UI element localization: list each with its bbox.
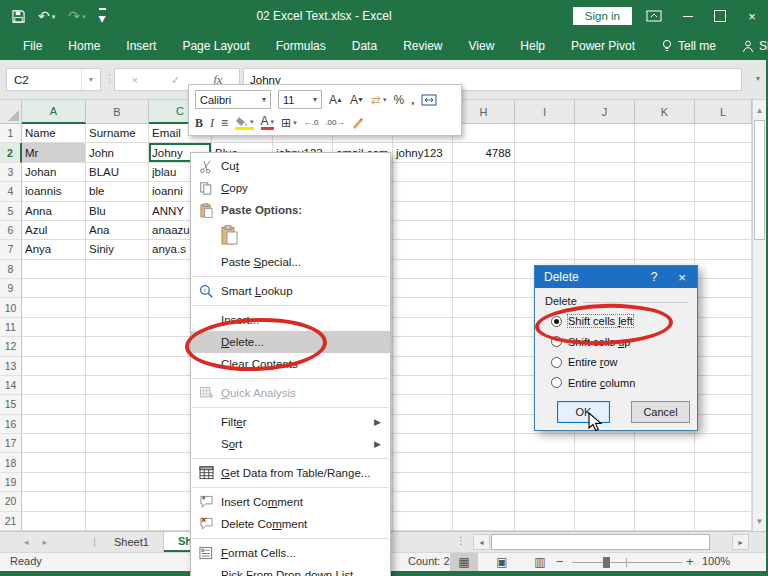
- row-header-12[interactable]: 12: [0, 337, 22, 356]
- cell-J19[interactable]: [575, 473, 635, 492]
- cell-J17[interactable]: [575, 434, 635, 453]
- menu-item-insert[interactable]: Insert...: [191, 309, 390, 331]
- cell-B15[interactable]: [86, 395, 149, 414]
- cell-A16[interactable]: [22, 415, 86, 434]
- format-painter-icon[interactable]: [351, 117, 364, 129]
- cell-J5[interactable]: [575, 202, 635, 221]
- maximize-button[interactable]: [704, 0, 736, 32]
- cell-L2[interactable]: [695, 143, 752, 162]
- font-name-dropdown-icon[interactable]: ▾: [258, 95, 270, 104]
- cell-L14[interactable]: [695, 376, 752, 395]
- cell-G14[interactable]: [393, 376, 453, 395]
- radio-option-shift-cells-up[interactable]: Shift cells up: [551, 334, 630, 350]
- cell-H5[interactable]: [453, 202, 515, 221]
- ribbon-tab-formulas[interactable]: Formulas: [263, 32, 339, 60]
- row-header-9[interactable]: 9: [0, 279, 22, 298]
- cell-K17[interactable]: [635, 434, 695, 453]
- cell-H14[interactable]: [453, 376, 515, 395]
- cell-A3[interactable]: Johan: [22, 163, 86, 182]
- comma-style-button[interactable]: ,: [411, 94, 414, 106]
- cell-I17[interactable]: [515, 434, 575, 453]
- cell-B9[interactable]: [86, 279, 149, 298]
- cell-G16[interactable]: [393, 415, 453, 434]
- row-header-5[interactable]: 5: [0, 202, 22, 221]
- ribbon-tab-share[interactable]: Share: [729, 32, 768, 60]
- font-name-select[interactable]: Calibri ▾: [195, 90, 271, 109]
- paste-icon[interactable]: [221, 225, 238, 247]
- customize-quick-access-icon[interactable]: ▾: [99, 8, 106, 25]
- row-header-1[interactable]: 1: [0, 124, 22, 143]
- cell-A20[interactable]: [22, 492, 86, 511]
- column-header-L[interactable]: L: [695, 100, 752, 124]
- cell-K19[interactable]: [635, 473, 695, 492]
- cell-H21[interactable]: [453, 512, 515, 531]
- cell-G11[interactable]: [393, 318, 453, 337]
- cell-H11[interactable]: [453, 318, 515, 337]
- menu-item-quick-analysis[interactable]: Quick Analysis: [191, 382, 390, 404]
- sheet-nav-right-icon[interactable]: ▸: [43, 537, 48, 547]
- ribbon-tab-file[interactable]: File: [10, 32, 55, 60]
- cell-G15[interactable]: [393, 395, 453, 414]
- vertical-scrollbar[interactable]: ▲ ▼: [752, 100, 766, 531]
- cell-K4[interactable]: [635, 182, 695, 201]
- align-button[interactable]: ≡: [221, 117, 228, 129]
- cell-K1[interactable]: [635, 124, 695, 143]
- row-header-11[interactable]: 11: [0, 318, 22, 337]
- row-header-15[interactable]: 15: [0, 395, 22, 414]
- dialog-close-icon[interactable]: ×: [667, 270, 697, 285]
- cell-A5[interactable]: Anna: [22, 202, 86, 221]
- ribbon-tab-page-layout[interactable]: Page Layout: [169, 32, 262, 60]
- radio-option-shift-cells-left[interactable]: Shift cells left: [551, 313, 633, 329]
- row-header-19[interactable]: 19: [0, 473, 22, 492]
- zoom-slider-thumb[interactable]: [603, 557, 610, 568]
- cell-J2[interactable]: [575, 143, 635, 162]
- cell-L3[interactable]: [695, 163, 752, 182]
- column-header-B[interactable]: B: [86, 100, 149, 124]
- save-icon[interactable]: [12, 10, 25, 23]
- cell-B11[interactable]: [86, 318, 149, 337]
- sheet-tab-sheet1[interactable]: Sheet1: [100, 532, 164, 552]
- font-size-dropdown-icon[interactable]: ▾: [309, 95, 321, 104]
- ribbon-tab-view[interactable]: View: [456, 32, 508, 60]
- decrease-decimal-icon[interactable]: .00→: [325, 119, 344, 127]
- cell-B6[interactable]: Ana: [86, 221, 149, 240]
- cell-J21[interactable]: [575, 512, 635, 531]
- cell-G17[interactable]: [393, 434, 453, 453]
- borders-icon[interactable]: ⊞▾: [281, 117, 297, 129]
- merge-center-icon[interactable]: [421, 94, 437, 106]
- row-header-4[interactable]: 4: [0, 182, 22, 201]
- cell-G8[interactable]: [393, 260, 453, 279]
- cell-A14[interactable]: [22, 376, 86, 395]
- page-layout-view-icon[interactable]: ▣: [488, 553, 516, 571]
- cell-L10[interactable]: [695, 298, 752, 317]
- italic-button[interactable]: I: [210, 117, 214, 129]
- cell-B8[interactable]: [86, 260, 149, 279]
- minimize-button[interactable]: [672, 0, 704, 32]
- menu-item-smart-lookup[interactable]: iSmart Lookup: [191, 280, 390, 302]
- cell-B14[interactable]: [86, 376, 149, 395]
- row-header-13[interactable]: 13: [0, 357, 22, 376]
- cell-B2[interactable]: John: [86, 143, 149, 162]
- ok-button[interactable]: OK: [557, 401, 610, 423]
- ribbon-tab-home[interactable]: Home: [55, 32, 113, 60]
- cell-J4[interactable]: [575, 182, 635, 201]
- font-color-icon[interactable]: A▾: [261, 115, 275, 130]
- row-header-8[interactable]: 8: [0, 260, 22, 279]
- cell-A17[interactable]: [22, 434, 86, 453]
- cell-I20[interactable]: [515, 492, 575, 511]
- cell-L17[interactable]: [695, 434, 752, 453]
- cell-L21[interactable]: [695, 512, 752, 531]
- cell-G10[interactable]: [393, 298, 453, 317]
- cell-H8[interactable]: [453, 260, 515, 279]
- cell-G18[interactable]: [393, 453, 453, 472]
- cell-L5[interactable]: [695, 202, 752, 221]
- scroll-up-icon[interactable]: ▲: [753, 101, 766, 119]
- cell-A11[interactable]: [22, 318, 86, 337]
- menu-item-paste-options[interactable]: Paste Options:: [191, 199, 390, 221]
- cell-L20[interactable]: [695, 492, 752, 511]
- cell-B4[interactable]: ble: [86, 182, 149, 201]
- row-header-16[interactable]: 16: [0, 415, 22, 434]
- column-header-A[interactable]: A: [22, 100, 86, 124]
- menu-item-paste-special[interactable]: Paste Special...: [191, 251, 390, 273]
- cell-I3[interactable]: [515, 163, 575, 182]
